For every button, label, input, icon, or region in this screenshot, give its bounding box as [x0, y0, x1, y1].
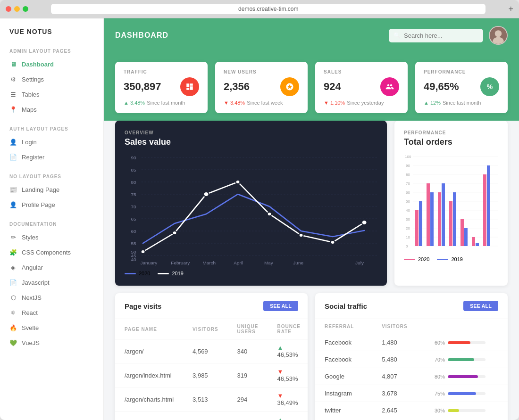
browser-window: demos.creative-tim.com + VUE NOTUS Admin… [0, 0, 519, 420]
cell-unique: 294 [228, 387, 268, 412]
sidebar-item-react[interactable]: ⚛ React [0, 305, 103, 320]
sidebar-item-label-tables: Tables [22, 91, 40, 98]
legend-label-2019: 2019 [172, 271, 183, 276]
sidebar-item-label-profile: Profile Page [22, 201, 55, 208]
cell-page: /argon/tables.html [115, 412, 183, 420]
sidebar-item-tables[interactable]: ☰ Tables [0, 87, 103, 102]
cell-visitors: 2,050 [183, 412, 228, 420]
cell-page: /argon/ [115, 339, 183, 363]
trend-down-newusers: ▼ 3.48% [224, 100, 245, 106]
sidebar-item-angular[interactable]: ◈ Angular [0, 260, 103, 275]
svg-text:40: 40 [131, 257, 136, 262]
orders-legend-label-2020: 2020 [418, 256, 429, 262]
table-row: /argon/index.html 3,985 319 ▼ 46,53% [115, 363, 308, 387]
orders-chart-legend: 2020 2019 [404, 256, 498, 262]
sidebar-section-auth: Auth Layout Pages [0, 123, 103, 134]
cell-unique: 340 [228, 339, 268, 363]
svg-text:100: 100 [405, 155, 411, 159]
svg-text:July: July [355, 261, 364, 265]
col-unique-users: UNIQUE USERS [228, 319, 268, 339]
new-tab-button[interactable]: + [508, 4, 513, 14]
sidebar-item-vuejs[interactable]: 💚 VueJS [0, 335, 103, 350]
sidebar-item-label-nextjs: NextJS [22, 294, 42, 301]
svg-point-29 [331, 240, 335, 244]
sidebar-item-label-styles: Styles [22, 234, 38, 241]
table-row: twitter 2,645 30% [315, 402, 508, 419]
svg-text:10: 10 [406, 235, 410, 239]
svg-text:20: 20 [406, 226, 410, 231]
table-row: /argon/charts.html 3,513 294 ▼ 36,49% [115, 387, 308, 412]
sidebar: VUE NOTUS Admin Layout Pages 🖥 Dashboard… [0, 18, 104, 420]
register-icon: 📄 [9, 153, 17, 161]
svg-point-30 [362, 220, 367, 225]
angular-icon: ◈ [9, 264, 17, 271]
login-icon: 👤 [9, 138, 17, 146]
svelte-icon: 🔥 [9, 324, 17, 331]
stat-value-traffic: 350,897 [124, 81, 161, 93]
svg-rect-72 [483, 174, 486, 246]
sidebar-item-profile[interactable]: 👤 Profile Page [0, 197, 103, 212]
stat-footer-traffic: ▲ 3.48% Since last month [124, 100, 199, 106]
orders-chart-label: PERFORMANCE [404, 130, 498, 135]
sidebar-item-label-maps: Maps [22, 106, 37, 113]
stat-card-traffic: TRAFFIC 350,897 ▲ 3.48% Since last month [115, 62, 208, 113]
maximize-button-dot[interactable] [23, 6, 28, 12]
svg-rect-71 [476, 243, 479, 246]
sidebar-item-label-vuejs: VueJS [22, 339, 40, 346]
svg-text:55: 55 [131, 241, 136, 246]
social-traffic-card: Social traffic SEE ALL REFERRAL VISITORS [315, 293, 508, 420]
page-visits-see-all-button[interactable]: SEE ALL [263, 301, 298, 311]
svg-rect-69 [464, 228, 468, 246]
svg-text:90: 90 [406, 164, 410, 168]
sidebar-item-nextjs[interactable]: ⬡ NextJS [0, 290, 103, 305]
landing-icon: 📰 [9, 186, 17, 193]
cell-progress: 70% [425, 351, 508, 368]
stat-card-performance: PERFORMANCE 49,65% % ▲ 12% Since last mo… [415, 62, 508, 113]
svg-text:85: 85 [131, 168, 136, 173]
col-page-name: PAGE NAME [115, 319, 183, 339]
sidebar-item-css[interactable]: 🧩 CSS Components [0, 245, 103, 260]
progress-bar-fill [448, 358, 474, 361]
sidebar-item-label-svelte: Svelte [22, 324, 39, 331]
sidebar-item-settings[interactable]: ⚙ Settings [0, 72, 103, 87]
sidebar-item-svelte[interactable]: 🔥 Svelte [0, 320, 103, 335]
sidebar-item-register[interactable]: 📄 Register [0, 149, 103, 165]
stat-card-sales: SALES 924 ▼ 1.10% Since yesterday [315, 62, 408, 113]
cell-referral: Google [315, 368, 372, 385]
svg-point-27 [268, 212, 272, 216]
cell-rate: ▼ 46,53% [268, 363, 308, 387]
svg-text:80: 80 [131, 180, 136, 185]
table-row: /argon/ 4,569 340 ▲ 46,53% [115, 339, 308, 363]
sidebar-item-landing[interactable]: 📰 Landing Page [0, 182, 103, 197]
legend-dot-2019 [158, 273, 169, 274]
trend-down-sales: ▼ 1.10% [324, 100, 345, 106]
sidebar-item-login[interactable]: 👤 Login [0, 134, 103, 149]
stat-footer-newusers: ▼ 3.48% Since last week [224, 100, 299, 106]
cell-progress: 75% [425, 385, 508, 402]
sidebar-item-javascript[interactable]: 📄 Javascript [0, 275, 103, 290]
progress-bar [448, 409, 486, 412]
minimize-button-dot[interactable] [14, 6, 20, 12]
page-visits-title: Page visits [125, 302, 161, 310]
col-referral: REFERRAL [315, 319, 372, 334]
stat-icon-newusers [280, 77, 299, 96]
search-input[interactable] [389, 29, 483, 42]
cell-page: /argon/charts.html [115, 387, 183, 412]
cell-visitors-social: 4,807 [372, 368, 425, 385]
sidebar-logo: VUE NOTUS [0, 28, 103, 45]
table-row: Instagram 3,678 75% [315, 385, 508, 402]
sidebar-item-maps[interactable]: 📍 Maps [0, 102, 103, 117]
progress-bar [448, 358, 486, 361]
sidebar-item-styles[interactable]: ✏ Styles [0, 230, 103, 245]
stat-footer-performance: ▲ 12% Since last month [424, 100, 499, 106]
svg-text:40: 40 [406, 208, 410, 213]
close-button-dot[interactable] [6, 6, 11, 12]
stat-value-performance: 49,65% [424, 81, 459, 93]
social-traffic-see-all-button[interactable]: SEE ALL [463, 301, 498, 311]
svg-text:April: April [234, 261, 243, 265]
sidebar-item-dashboard[interactable]: 🖥 Dashboard [0, 57, 103, 72]
social-traffic-title: Social traffic [325, 302, 367, 310]
url-bar[interactable]: demos.creative-tim.com [51, 4, 486, 14]
orders-chart-card: PERFORMANCE Total orders .bar-axis { fil… [394, 121, 508, 286]
col-visitors-social: VISITORS [372, 319, 425, 334]
